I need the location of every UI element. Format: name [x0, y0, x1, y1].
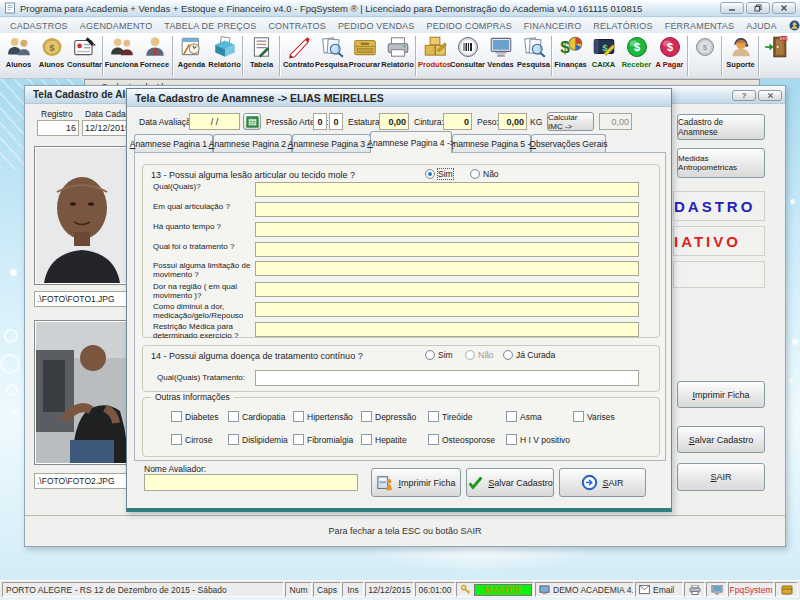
- status-printer[interactable]: [684, 582, 705, 597]
- toolbar-button-caixa[interactable]: $ CAIXA: [587, 34, 620, 69]
- menu-email[interactable]: E-MAIL: [783, 20, 800, 31]
- toolbar-button-consultar-produto[interactable]: Consultar: [451, 34, 484, 69]
- calendar-picker-icon: [246, 115, 259, 128]
- checkbox-hepatite[interactable]: Hepatite: [361, 434, 407, 445]
- menu-pedido-vendas[interactable]: PEDIDO VENDAS: [332, 21, 421, 31]
- toolbar-button-agenda[interactable]: Agenda: [175, 34, 208, 69]
- q14-radio-ja-curada[interactable]: Já Curada: [503, 350, 555, 360]
- q13-field-input-limitacao[interactable]: [255, 261, 639, 276]
- toolbar-button-coin[interactable]: $: [690, 34, 720, 60]
- cadastro-anamnese-button[interactable]: Cadastro de Anamnese: [677, 114, 765, 140]
- nome-avaliador-input[interactable]: [144, 474, 358, 491]
- toolbar-button-financas[interactable]: $ Finanças: [554, 34, 587, 69]
- menu-ajuda[interactable]: AJUDA: [740, 21, 783, 31]
- checkbox-diabetes[interactable]: Diabetes: [171, 411, 219, 422]
- minimize-button[interactable]: [720, 2, 744, 14]
- radio-dot: [470, 169, 480, 179]
- toolbar-button-produtos[interactable]: Produtos: [418, 34, 451, 69]
- checkbox-osteosporose[interactable]: Osteosporose: [428, 434, 495, 445]
- toolbar-button-consultar-aluno[interactable]: Consultar: [68, 34, 101, 69]
- checkbox-asma[interactable]: Asma: [506, 411, 542, 422]
- tab-observacoes-gerais[interactable]: Observações Gerais: [531, 134, 606, 153]
- estatura-input[interactable]: [379, 113, 409, 130]
- toolbar-button-alunos[interactable]: Alunos: [2, 34, 35, 69]
- pressao-dia-input[interactable]: [329, 113, 343, 130]
- registro-input[interactable]: [37, 120, 79, 136]
- checkbox-depressao[interactable]: Depressão: [361, 411, 416, 422]
- anamnese-dialog-titlebar: Tela Cadastro de Anamnese -> ELIAS MEIRE…: [127, 89, 671, 107]
- alunos-close-button[interactable]: [758, 90, 782, 101]
- menu-relatorios[interactable]: RELATÓRIOS: [587, 21, 658, 31]
- q13-field-input-dor-regiao[interactable]: [255, 282, 639, 297]
- toolbar-button-relatorio-contrato[interactable]: Relatório: [381, 34, 414, 69]
- q13-field-input-articulacao[interactable]: [255, 202, 639, 217]
- toolbar-button-receber[interactable]: $ Receber: [620, 34, 653, 69]
- q13-field-input-tempo[interactable]: [255, 222, 639, 237]
- sidebar-sair-button[interactable]: SAIR: [677, 463, 765, 491]
- imprimir-ficha-button[interactable]: Imprimir Ficha: [371, 468, 461, 497]
- toolbar-button-funcionarios[interactable]: Funciona: [105, 34, 138, 69]
- menu-ferramentas[interactable]: FERRAMENTAS: [659, 21, 741, 31]
- coin-gray-icon: $: [693, 35, 717, 59]
- restore-button[interactable]: [746, 2, 770, 14]
- svg-text:$: $: [49, 43, 54, 53]
- menu-pedido-compras[interactable]: PEDIDO COMPRAS: [421, 21, 518, 31]
- q14-radio-sim[interactable]: Sim: [425, 350, 453, 360]
- menu-cadastros[interactable]: CADASTROS: [4, 21, 74, 31]
- checkbox-tireoide[interactable]: Tireóide: [428, 411, 472, 422]
- toolbar-button-suporte[interactable]: Suporte: [724, 34, 757, 69]
- menu-financeiro[interactable]: FINANCEIRO: [518, 21, 588, 31]
- menu-contratos[interactable]: CONTRATOS: [262, 21, 331, 31]
- tab-anamnese-pagina-2[interactable]: Anamnese Pagina 2 ->: [213, 134, 292, 153]
- menu-agendamento[interactable]: AGENDAMENTO: [74, 21, 159, 31]
- checkbox-cirrose[interactable]: Cirrose: [171, 434, 212, 445]
- foto2-path-box: .\FOTO\FOTO2.JPG: [34, 473, 129, 489]
- toolbar-button-pesquisa-vendas[interactable]: Pesquisa: [517, 34, 550, 69]
- toolbar-button-fornecedores[interactable]: Fornece: [138, 34, 171, 69]
- checkbox-box: [573, 411, 584, 422]
- tab-anamnese-pagina-1[interactable]: Anamnese Pagina 1 ->: [134, 134, 213, 153]
- pressao-sys-input[interactable]: [313, 113, 327, 130]
- sidebar-imprimir-ficha-button[interactable]: Imprimir Ficha: [677, 381, 765, 408]
- tab-anamnese-pagina-3[interactable]: Anamnese Pagina 3 ->: [292, 134, 371, 153]
- q13-field-input-restricao[interactable]: [255, 322, 639, 337]
- checkbox-hiv-positivo[interactable]: H I V positivo: [506, 434, 570, 445]
- q14-radio-nao[interactable]: Não: [465, 350, 494, 360]
- q13-radio-sim[interactable]: Sim: [425, 169, 453, 179]
- sidebar-salvar-cadastro-button[interactable]: Salvar Cadastro: [677, 426, 765, 453]
- data-avaliacao-input[interactable]: [189, 113, 240, 130]
- alunos-help-button[interactable]: ?: [732, 90, 756, 101]
- peso-input[interactable]: [498, 113, 527, 130]
- toolbar-button-tabela-precos[interactable]: Tabela: [245, 34, 278, 69]
- q14-tratamento-input[interactable]: [255, 370, 639, 386]
- checkbox-fibromialgia[interactable]: Fibromialgia: [293, 434, 353, 445]
- tab-anamnese-pagina-5[interactable]: Anamnese Pagina 5 ->: [452, 134, 531, 153]
- toolbar-button-contrato[interactable]: Contrato: [282, 34, 315, 69]
- q13-field-input-qual[interactable]: [255, 182, 639, 197]
- status-email[interactable]: Email: [635, 582, 683, 597]
- toolbar-button-alunos-coin[interactable]: $ Alunos: [35, 34, 68, 69]
- checkbox-cardiopatia[interactable]: Cardiopatia: [228, 411, 285, 422]
- salvar-cadastro-button[interactable]: Salvar Cadastro: [466, 468, 554, 497]
- tab-anamnese-pagina-4[interactable]: Anamnese Pagina 4 ->: [370, 131, 452, 153]
- medidas-antropometricas-button[interactable]: Medidas Antropométricas: [677, 148, 765, 178]
- menu-tabela-de-precos[interactable]: TABELA DE PREÇOS: [158, 21, 262, 31]
- toolbar-button-exit[interactable]: EXIT: [761, 34, 791, 60]
- q13-radio-nao[interactable]: Não: [470, 169, 499, 179]
- toolbar-button-vendas[interactable]: Vendas: [484, 34, 517, 69]
- status-monitor[interactable]: [706, 582, 727, 597]
- toolbar-button-procurar[interactable]: Procurar: [348, 34, 381, 69]
- q13-field-input-diminui-dor[interactable]: [255, 302, 639, 317]
- toolbar-button-pesquisa-contrato[interactable]: Pesquisa: [315, 34, 348, 69]
- sair-button[interactable]: SAIR: [559, 468, 646, 497]
- calcular-imc-button[interactable]: Calcular IMC ->: [547, 112, 594, 131]
- checkbox-hipertensao[interactable]: Hipertensão: [293, 411, 353, 422]
- cintura-input[interactable]: [443, 113, 472, 130]
- toolbar-button-a-pagar[interactable]: $ A Pagar: [653, 34, 686, 69]
- close-button[interactable]: [772, 2, 796, 14]
- checkbox-varises[interactable]: Varises: [573, 411, 615, 422]
- toolbar-button-relatorio-agenda[interactable]: Relatório: [208, 34, 241, 69]
- q13-field-input-tratamento[interactable]: [255, 242, 639, 257]
- date-picker-button[interactable]: [243, 113, 261, 130]
- checkbox-dislipidemia[interactable]: Dislipidemia: [228, 434, 288, 445]
